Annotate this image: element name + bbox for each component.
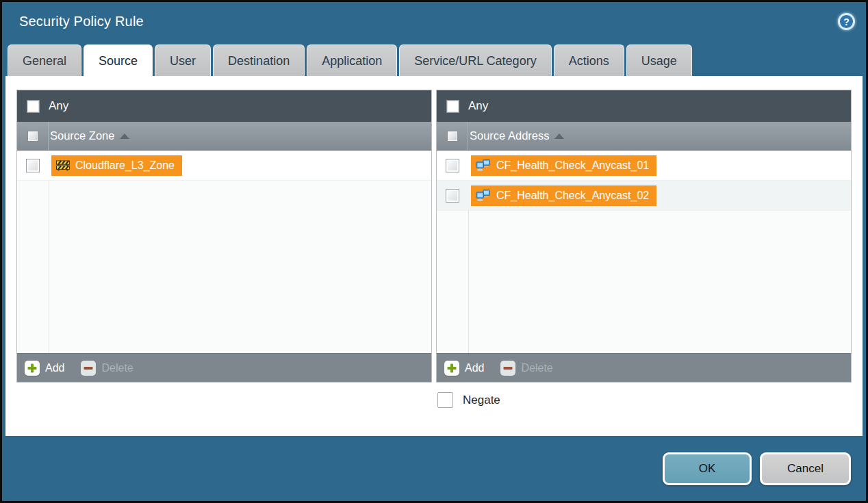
tab-content-source: Any Source Zone	[5, 76, 863, 436]
source-address-row-label: CF_Health_Check_Anycast_02	[496, 190, 649, 202]
source-zone-row[interactable]: Cloudflare_L3_Zone	[17, 151, 431, 181]
tab-usage[interactable]: Usage	[626, 44, 692, 76]
dialog-footer: OK Cancel	[2, 436, 866, 501]
delete-button-label: Delete	[101, 362, 133, 374]
source-zone-delete-button: Delete	[81, 361, 133, 376]
source-zone-panel: Any Source Zone	[16, 90, 432, 383]
negate-label: Negate	[463, 394, 500, 407]
source-address-chip-2[interactable]: CF_Health_Check_Anycast_02	[471, 185, 656, 206]
source-address-row-label: CF_Health_Check_Anycast_01	[496, 159, 649, 172]
sort-asc-icon[interactable]	[120, 133, 129, 139]
source-address-selectall-cell	[437, 122, 468, 150]
source-address-chip-1[interactable]: CF_Health_Check_Anycast_01	[471, 155, 656, 176]
negate-checkbox[interactable]	[437, 392, 453, 408]
source-address-column-label[interactable]: Source Address	[470, 129, 549, 142]
delete-button-label: Delete	[521, 362, 552, 374]
source-zone-selectall-cell	[17, 122, 49, 150]
cancel-button[interactable]: Cancel	[760, 452, 851, 485]
source-zone-chip[interactable]: Cloudflare_L3_Zone	[51, 155, 182, 176]
help-icon-glyph: ?	[843, 16, 850, 27]
source-zone-any-label: Any	[49, 99, 68, 113]
tab-application[interactable]: Application	[307, 44, 397, 76]
source-zone-any-checkbox[interactable]	[27, 100, 40, 113]
tab-service-url-category[interactable]: Service/URL Category	[399, 44, 551, 76]
tab-user[interactable]: User	[155, 44, 211, 76]
sort-asc-icon[interactable]	[554, 133, 564, 139]
source-zone-any-checkbox-cell	[17, 90, 49, 122]
address-icon	[476, 159, 491, 171]
zone-icon	[56, 160, 70, 171]
source-zone-add-button[interactable]: Add	[25, 361, 64, 376]
source-address-selectall-checkbox[interactable]	[447, 131, 458, 142]
delete-minus-icon	[500, 361, 515, 376]
negate-left-spacer	[16, 392, 431, 408]
source-zone-grid: Cloudflare_L3_Zone	[17, 151, 431, 353]
add-button-label: Add	[45, 362, 64, 374]
panels-container: Any Source Zone	[16, 90, 852, 383]
source-address-row-checkbox-2[interactable]	[446, 189, 459, 203]
source-zone-selectall-checkbox[interactable]	[27, 131, 38, 142]
address-icon	[476, 190, 491, 201]
tab-actions[interactable]: Actions	[554, 44, 624, 76]
source-address-row-checkbox-1[interactable]	[446, 159, 459, 172]
source-zone-any-header: Any	[17, 90, 431, 122]
row-checkbox-cell	[437, 151, 468, 180]
source-address-panel: Any Source Address	[436, 90, 852, 383]
source-address-toolbar: Add Delete	[437, 353, 851, 382]
source-zone-column-header: Source Zone	[17, 122, 431, 151]
source-address-grid: CF_Health_Check_Anycast_01	[437, 151, 851, 353]
tab-source[interactable]: Source	[84, 44, 153, 76]
add-plus-icon	[444, 361, 459, 376]
source-zone-row-checkbox[interactable]	[26, 159, 40, 172]
source-zone-row-label: Cloudflare_L3_Zone	[75, 159, 175, 172]
source-address-any-label: Any	[468, 99, 488, 113]
source-address-column-header: Source Address	[437, 122, 851, 151]
delete-minus-icon	[81, 361, 96, 376]
source-address-add-button[interactable]: Add	[444, 361, 484, 376]
source-zone-column-label[interactable]: Source Zone	[50, 129, 114, 142]
source-address-row[interactable]: CF_Health_Check_Anycast_01	[437, 151, 851, 181]
source-address-any-checkbox-cell	[437, 90, 468, 122]
ok-button[interactable]: OK	[663, 452, 752, 485]
add-plus-icon	[25, 361, 40, 376]
help-icon[interactable]: ?	[838, 13, 855, 30]
tab-destination[interactable]: Destination	[213, 44, 305, 76]
source-address-row[interactable]: CF_Health_Check_Anycast_02	[437, 181, 851, 211]
source-zone-toolbar: Add Delete	[17, 353, 431, 382]
source-address-any-checkbox[interactable]	[446, 100, 459, 113]
row-checkbox-cell	[17, 151, 49, 180]
negate-strip: Negate	[16, 392, 852, 408]
dialog-title: Security Policy Rule	[19, 14, 144, 29]
security-policy-rule-dialog: Security Policy Rule ? General Source Us…	[0, 0, 868, 503]
add-button-label: Add	[465, 362, 484, 374]
tab-general[interactable]: General	[8, 44, 81, 76]
source-address-any-header: Any	[437, 90, 851, 122]
row-checkbox-cell	[437, 181, 468, 210]
titlebar: Security Policy Rule ?	[2, 2, 866, 41]
source-address-delete-button: Delete	[500, 361, 552, 376]
tab-bar: General Source User Destination Applicat…	[2, 41, 866, 76]
negate-container: Negate	[435, 392, 852, 408]
